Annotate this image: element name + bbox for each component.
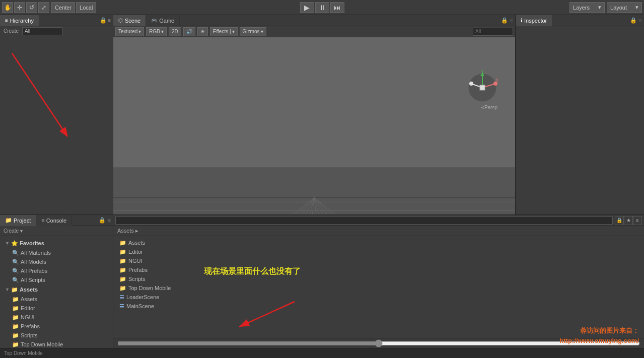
tree-ngui-item[interactable]: 📁 NGUI — [4, 313, 109, 322]
tree-topdown-item[interactable]: 📁 Top Down Mobile — [4, 340, 109, 348]
assets-arrow-icon: ▼ — [5, 287, 10, 292]
folder-icon-ngui-browser: 📁 — [119, 258, 126, 264]
all-models-label: All Models — [21, 259, 46, 265]
project-toolbar: Create ▾ — [0, 226, 113, 236]
asset-ngui-item[interactable]: 📁 NGUI — [117, 256, 640, 265]
favorites-arrow-icon: ▼ — [5, 241, 10, 246]
pause-button[interactable]: ⏸ — [315, 2, 329, 13]
all-scripts-item[interactable]: 🔍 All Scripts — [4, 275, 109, 284]
asset-scripts-label: Scripts — [128, 276, 146, 282]
project-panel: 📁 Project ≡ Console 🔒 ≡ Create ▾ ▼ ⭐ Fav… — [0, 215, 113, 348]
folder-icon-topdown-browser: 📁 — [119, 285, 126, 292]
favorites-section-header[interactable]: ▼ ⭐ Favorites — [4, 238, 109, 248]
hierarchy-menu-icon[interactable]: ≡ — [108, 17, 111, 24]
scene-tab[interactable]: ⬡ Scene — [113, 15, 146, 26]
svg-point-30 — [469, 82, 473, 86]
center-button[interactable]: Center — [51, 2, 75, 13]
hierarchy-create-btn[interactable]: Create — [2, 28, 20, 34]
inspector-lock-icon[interactable]: 🔒 — [630, 17, 639, 24]
move-tool-btn[interactable]: ✛ — [14, 2, 25, 13]
folder-icon-tree-assets: 📁 — [12, 296, 19, 303]
folder-icon-tree-scripts: 📁 — [12, 332, 19, 339]
tree-scripts-item[interactable]: 📁 Scripts — [4, 331, 109, 340]
gizmos-btn[interactable]: Gizmos ▾ — [240, 27, 266, 36]
watermark: 蓉访问的图片来自： http://www.omuying.com/ — [559, 326, 639, 345]
rgb-chevron-icon: ▾ — [161, 29, 164, 34]
hierarchy-tab-label: Hierarchy — [10, 18, 34, 24]
game-tab[interactable]: 🎮 Game — [146, 15, 180, 26]
all-prefabs-item[interactable]: 🔍 All Prefabs — [4, 266, 109, 275]
audio-btn[interactable]: 🔊 — [183, 27, 195, 36]
folder-icon-tree-topdown: 📁 — [12, 341, 19, 348]
gizmos-label: Gizmos — [243, 29, 260, 34]
asset-lock-btn[interactable]: 🔒 — [615, 216, 624, 225]
svg-text:Y: Y — [481, 70, 484, 74]
tree-editor-item[interactable]: 📁 Editor — [4, 304, 109, 313]
game-tab-label: Game — [159, 18, 174, 24]
project-tab-bar: 📁 Project ≡ Console 🔒 ≡ — [0, 215, 113, 226]
local-button[interactable]: Local — [76, 2, 96, 13]
hierarchy-tab-bar: ≡ Hierarchy 🔒 ≡ — [0, 15, 113, 26]
all-models-item[interactable]: 🔍 All Models — [4, 257, 109, 266]
asset-assets-item[interactable]: 📁 Assets — [117, 238, 640, 247]
assets-section-header[interactable]: ▼ 📁 Assets — [4, 284, 109, 295]
favorites-label: Favorites — [20, 240, 44, 246]
tree-assets-item[interactable]: 📁 Assets — [4, 295, 109, 304]
layout-dropdown[interactable]: Layout ▾ — [607, 2, 642, 13]
console-tab[interactable]: ≡ Console — [36, 215, 72, 226]
status-bar: Top Down Mobile — [0, 348, 644, 358]
layers-dropdown[interactable]: Layers ▾ — [569, 2, 605, 13]
asset-editor-item[interactable]: 📁 Editor — [117, 247, 640, 256]
2d-btn[interactable]: 2D — [169, 27, 181, 36]
inspector-menu-icon[interactable]: ≡ — [639, 18, 644, 24]
main-scene-item[interactable]: ☰ MainScene — [117, 302, 640, 311]
asset-list: 📁 Assets 📁 Editor 📁 NGUI 📁 Prefabs 📁 — [113, 236, 644, 338]
project-lock-icon[interactable]: 🔒 — [99, 217, 108, 224]
folder-icon-assets-browser: 📁 — [119, 240, 126, 246]
asset-scripts-item[interactable]: 📁 Scripts — [117, 274, 640, 283]
asset-search-input[interactable] — [115, 217, 613, 225]
folder-icon-tree-ngui: 📁 — [12, 314, 19, 321]
rgb-btn[interactable]: RGB ▾ — [146, 27, 167, 36]
loader-scene-label: LoaderScene — [126, 294, 159, 300]
hierarchy-lock-icon[interactable]: 🔒 — [100, 17, 107, 24]
red-arrow-svg — [2, 38, 83, 149]
loader-scene-item[interactable]: ☰ LoaderScene — [117, 293, 640, 302]
scene-gizmo[interactable]: Y X ≺Persp — [465, 70, 500, 110]
gizmos-chevron-icon: ▾ — [261, 29, 263, 34]
textured-btn[interactable]: Textured ▾ — [115, 27, 144, 36]
play-controls: ▶ ⏸ ⏭ — [300, 2, 344, 13]
center-local-group: Center Local — [51, 2, 96, 13]
project-tab[interactable]: 📁 Project — [0, 215, 36, 226]
inspector-tab-icon: ℹ — [521, 18, 523, 23]
scene-tab-label: Scene — [125, 18, 140, 24]
asset-favorite-btn[interactable]: ★ — [624, 216, 633, 225]
svg-line-1 — [12, 53, 62, 129]
hand-tool-btn[interactable]: ✋ — [2, 2, 13, 13]
scene-panel-lock-icon[interactable]: 🔒 — [501, 17, 510, 24]
rotate-tool-btn[interactable]: ↺ — [26, 2, 37, 13]
asset-prefabs-item[interactable]: 📁 Prefabs — [117, 265, 640, 274]
scale-tool-btn[interactable]: ⤢ — [38, 2, 49, 13]
asset-menu-btn[interactable]: ≡ — [633, 216, 642, 225]
tree-prefabs-item[interactable]: 📁 Prefabs — [4, 322, 109, 331]
tree-editor-label: Editor — [21, 305, 35, 311]
scene-panel-menu-icon[interactable]: ≡ — [510, 18, 515, 24]
console-tab-icon: ≡ — [41, 218, 44, 224]
asset-prefabs-label: Prefabs — [128, 267, 148, 273]
asset-topdown-item[interactable]: 📁 Top Down Mobile — [117, 283, 640, 293]
step-button[interactable]: ⏭ — [330, 2, 344, 13]
status-left-text: Top Down Mobile — [4, 350, 43, 356]
project-menu-icon[interactable]: ≡ — [108, 218, 113, 224]
svg-rect-31 — [480, 85, 485, 90]
scene-search-input[interactable] — [473, 28, 513, 36]
hierarchy-tab[interactable]: ≡ Hierarchy — [0, 15, 39, 26]
inspector-tab[interactable]: ℹ Inspector — [516, 15, 552, 26]
project-create-btn[interactable]: Create ▾ — [2, 228, 24, 234]
effects-btn[interactable]: Effects | ▾ — [210, 27, 238, 36]
hierarchy-search-input[interactable] — [22, 27, 62, 35]
fx-btn[interactable]: ☀ — [197, 27, 208, 36]
layout-chevron-icon: ▾ — [635, 4, 638, 11]
all-materials-item[interactable]: 🔍 All Materials — [4, 248, 109, 257]
play-button[interactable]: ▶ — [300, 2, 314, 13]
